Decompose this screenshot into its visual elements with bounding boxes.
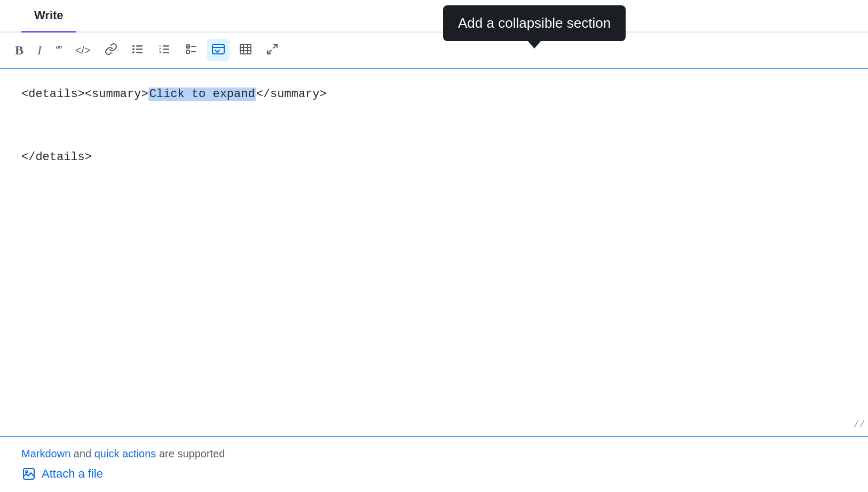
link-button[interactable] — [100, 39, 122, 61]
line1-highlight: Click to expand — [148, 88, 256, 101]
fullscreen-button[interactable] — [262, 39, 283, 61]
toolbar: B I “” </> — [0, 33, 868, 69]
tabs-row: Write — [0, 0, 868, 33]
editor-footer: Markdown and quick actions are supported… — [0, 437, 868, 492]
bold-button[interactable]: B — [11, 41, 28, 60]
svg-rect-8 — [163, 52, 169, 53]
quote-button[interactable]: “” — [51, 41, 66, 59]
svg-text:3: 3 — [159, 51, 161, 54]
collapsible-button[interactable] — [207, 39, 230, 61]
svg-rect-0 — [136, 45, 143, 47]
table-button[interactable] — [235, 39, 256, 61]
svg-rect-2 — [136, 52, 143, 53]
tooltip-wrapper: Add a collapsible section — [443, 5, 626, 41]
code-line-2 — [21, 116, 847, 135]
svg-rect-7 — [163, 49, 169, 50]
unordered-list-icon — [131, 43, 144, 58]
line1-prefix: <details><summary> — [21, 88, 148, 101]
quick-actions-link[interactable]: quick actions — [94, 448, 156, 459]
code-button[interactable]: </> — [71, 42, 95, 59]
svg-point-5 — [132, 51, 135, 53]
ordered-list-icon: 1 2 3 — [158, 43, 171, 58]
tab-write[interactable]: Write — [21, 0, 76, 33]
italic-icon: I — [37, 44, 42, 57]
svg-point-3 — [132, 45, 135, 47]
code-line-3: </details> — [21, 148, 847, 166]
line1-suffix: </summary> — [256, 88, 327, 101]
editor-container: Add a collapsible section Write B I “” <… — [0, 0, 868, 492]
unordered-list-button[interactable] — [127, 39, 148, 61]
svg-point-26 — [26, 471, 28, 473]
fullscreen-icon — [266, 43, 279, 58]
quote-icon: “” — [56, 44, 61, 56]
ordered-list-button[interactable]: 1 2 3 — [154, 39, 175, 61]
footer-markdown-text: Markdown and quick actions are supported — [21, 448, 847, 460]
bold-icon: B — [15, 44, 23, 57]
svg-rect-16 — [212, 44, 224, 54]
italic-button[interactable]: I — [33, 41, 46, 60]
svg-rect-18 — [240, 44, 251, 54]
tooltip-box: Add a collapsible section — [443, 5, 626, 41]
code-line-1: <details><summary>Click to expand</summa… — [21, 85, 847, 104]
link-icon — [105, 43, 117, 58]
code-icon: </> — [75, 45, 91, 55]
attach-row: Attach a file — [21, 466, 847, 481]
task-list-icon — [185, 43, 198, 58]
svg-rect-13 — [186, 50, 190, 53]
svg-rect-1 — [136, 49, 143, 50]
table-icon — [239, 43, 252, 58]
collapsible-icon — [211, 42, 225, 58]
task-list-button[interactable] — [180, 39, 202, 61]
editor-area[interactable]: <details><summary>Click to expand</summa… — [0, 69, 868, 437]
attach-icon — [21, 466, 36, 481]
attach-file-link[interactable]: Attach a file — [42, 467, 103, 481]
svg-point-4 — [132, 48, 135, 50]
resize-handle[interactable]: // — [853, 417, 865, 433]
tooltip-text: Add a collapsible section — [458, 15, 611, 31]
svg-rect-6 — [163, 45, 169, 47]
markdown-link[interactable]: Markdown — [21, 448, 70, 459]
